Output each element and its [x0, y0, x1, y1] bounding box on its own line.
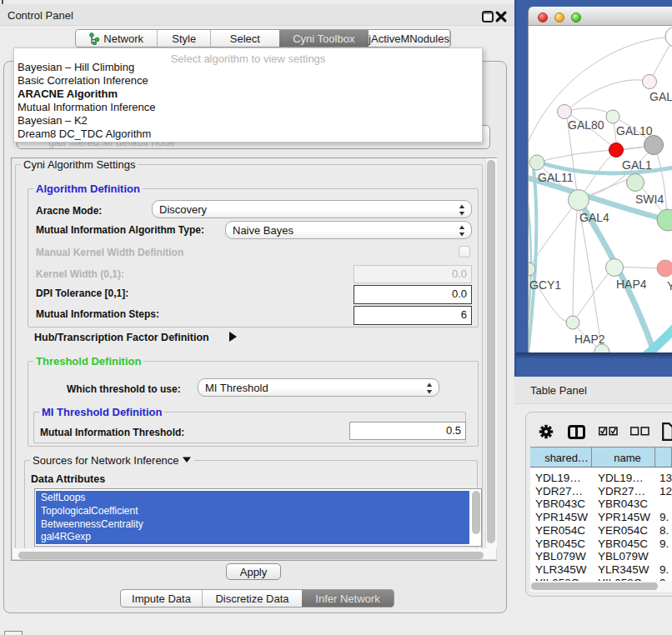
svg-text:GAL80: GAL80	[568, 118, 604, 132]
svg-text:GAL4: GAL4	[579, 211, 609, 224]
svg-text:Y: Y	[667, 279, 672, 292]
svg-text:GAL11: GAL11	[538, 171, 574, 184]
svg-text:HAP4: HAP4	[616, 278, 647, 291]
svg-text:GAL10: GAL10	[616, 124, 653, 138]
svg-text:HAP2: HAP2	[574, 332, 605, 346]
svg-text:GAL1: GAL1	[622, 158, 652, 172]
svg-text:GCY1: GCY1	[529, 278, 561, 292]
svg-text:GAL7: GAL7	[649, 90, 672, 103]
svg-text:SWI4: SWI4	[635, 192, 664, 206]
